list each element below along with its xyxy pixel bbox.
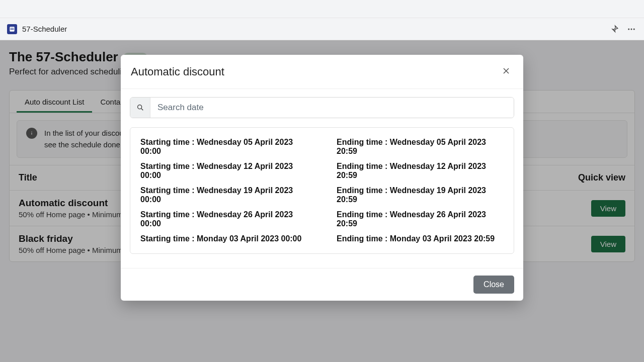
close-icon[interactable] <box>499 64 513 79</box>
svg-point-4 <box>631 28 632 30</box>
svg-rect-2 <box>11 29 14 30</box>
starting-time: Starting time : Wednesday 12 April 2023 … <box>140 162 311 180</box>
svg-point-3 <box>628 28 629 30</box>
search-field <box>130 97 514 118</box>
starting-time: Starting time : Wednesday 19 April 2023 … <box>140 186 311 204</box>
schedule-modal: Automatic discount Starting time : Wedne… <box>121 55 523 301</box>
svg-line-10 <box>141 109 143 110</box>
app-name: 57-Scheduler <box>22 25 67 33</box>
ending-time: Ending time : Wednesday 19 April 2023 20… <box>337 186 504 204</box>
modal-title: Automatic discount <box>131 65 224 78</box>
more-icon[interactable] <box>626 24 637 35</box>
search-input[interactable] <box>150 98 514 118</box>
pin-icon[interactable] <box>609 24 620 35</box>
svg-point-9 <box>137 105 141 109</box>
svg-point-5 <box>633 28 635 30</box>
list-item: Starting time : Wednesday 12 April 2023 … <box>140 159 504 183</box>
starting-time: Starting time : Monday 03 April 2023 00:… <box>140 234 311 243</box>
titlebar: 57-Scheduler <box>0 18 644 40</box>
app-logo-icon <box>7 24 17 34</box>
ending-time: Ending time : Wednesday 26 April 2023 20… <box>337 210 504 228</box>
svg-rect-1 <box>11 28 14 28</box>
window-strip-top <box>0 0 644 18</box>
list-item: Starting time : Wednesday 26 April 2023 … <box>140 207 504 231</box>
close-button[interactable]: Close <box>473 276 514 294</box>
starting-time: Starting time : Wednesday 26 April 2023 … <box>140 210 311 228</box>
list-item: Starting time : Wednesday 05 April 2023 … <box>140 135 504 159</box>
schedule-list: Starting time : Wednesday 05 April 2023 … <box>130 127 514 254</box>
search-icon <box>130 98 150 118</box>
ending-time: Ending time : Wednesday 05 April 2023 20… <box>337 138 504 156</box>
ending-time: Ending time : Wednesday 12 April 2023 20… <box>337 162 504 180</box>
list-item: Starting time : Monday 03 April 2023 00:… <box>140 231 504 246</box>
ending-time: Ending time : Monday 03 April 2023 20:59 <box>337 234 495 243</box>
starting-time: Starting time : Wednesday 05 April 2023 … <box>140 138 311 156</box>
list-item: Starting time : Wednesday 19 April 2023 … <box>140 183 504 207</box>
